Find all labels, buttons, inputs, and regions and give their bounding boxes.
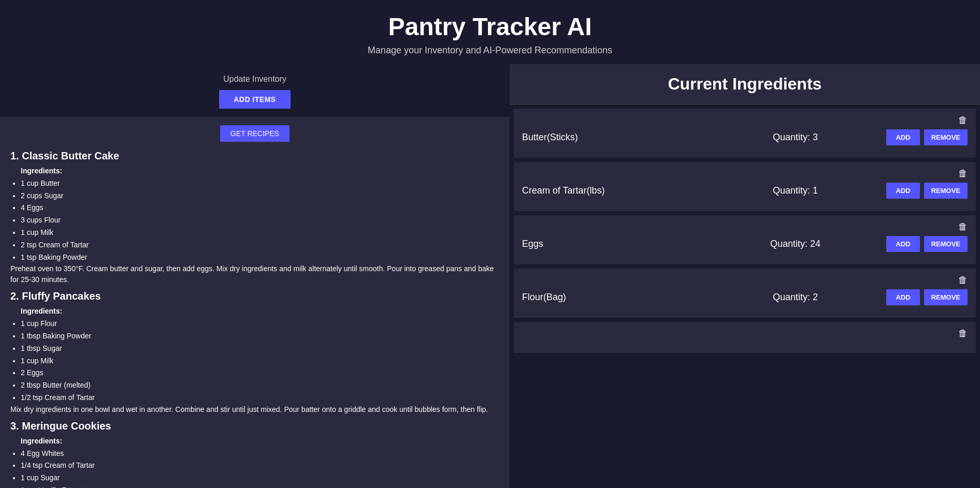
recipe-1-ingredient: 1 cup Butter bbox=[21, 178, 499, 190]
add-flour-button[interactable]: ADD bbox=[886, 289, 919, 305]
main-layout: Update Inventory ADD ITEMS GET RECIPES 1… bbox=[0, 64, 980, 488]
ingredient-card-eggs: 🗑 Eggs Quantity: 24 ADD REMOVE bbox=[514, 215, 976, 264]
recipes-content: GET RECIPES 1. Classic Butter Cake Ingre… bbox=[0, 117, 510, 488]
recipe-2-ingredient: 2 Eggs bbox=[21, 367, 499, 379]
ingredient-eggs-name: Eggs bbox=[522, 239, 704, 249]
ingredient-card-5: 🗑 bbox=[514, 322, 976, 353]
recipe-2-instructions: Mix dry ingredients in one bowl and wet … bbox=[10, 404, 499, 415]
inventory-controls: Update Inventory ADD ITEMS bbox=[0, 64, 510, 117]
get-recipes-button[interactable]: GET RECIPES bbox=[220, 125, 290, 142]
recipe-2-ingredients-label: Ingredients: bbox=[21, 305, 499, 318]
recipe-1-title: 1. Classic Butter Cake bbox=[10, 150, 499, 162]
recipe-3-ingredient: 4 Egg Whites bbox=[21, 448, 499, 460]
recipe-3-ingredient: 1 cup Sugar bbox=[21, 472, 499, 484]
recipe-3: 3. Meringue Cookies Ingredients: 4 Egg W… bbox=[10, 420, 499, 488]
delete-eggs-button[interactable]: 🗑 bbox=[958, 221, 968, 232]
recipe-3-ingredient: 1/4 tsp Cream of Tartar bbox=[21, 460, 499, 472]
add-eggs-button[interactable]: ADD bbox=[886, 236, 919, 252]
recipe-1-ingredient: 1 cup Milk bbox=[21, 227, 499, 239]
add-cream-of-tartar-button[interactable]: ADD bbox=[886, 183, 919, 199]
ingredient-butter-name: Butter(Sticks) bbox=[522, 132, 704, 143]
left-panel: Update Inventory ADD ITEMS GET RECIPES 1… bbox=[0, 64, 510, 488]
remove-flour-button[interactable]: REMOVE bbox=[924, 289, 968, 305]
ingredient-card-flour: 🗑 Flour(Bag) Quantity: 2 ADD REMOVE bbox=[514, 269, 976, 318]
app-title: Pantry Tracker AI bbox=[0, 12, 980, 41]
current-ingredients-title: Current Ingredients bbox=[520, 75, 970, 94]
ingredient-cream-of-tartar-actions: ADD REMOVE bbox=[886, 183, 968, 199]
ingredient-eggs-quantity: Quantity: 24 bbox=[704, 239, 887, 249]
recipe-1-ingredients-label: Ingredients: bbox=[21, 165, 499, 178]
delete-flour-button[interactable]: 🗑 bbox=[958, 275, 968, 286]
page-header: Pantry Tracker AI Manage your Inventory … bbox=[0, 0, 980, 64]
remove-cream-of-tartar-button[interactable]: REMOVE bbox=[924, 183, 968, 199]
add-items-button[interactable]: ADD ITEMS bbox=[219, 90, 291, 109]
recipe-1-ingredient: 1 tsp Baking Powder bbox=[21, 252, 499, 264]
recipe-1: 1. Classic Butter Cake Ingredients: 1 cu… bbox=[10, 150, 499, 285]
recipe-1-ingredient: 2 tsp Cream of Tartar bbox=[21, 239, 499, 252]
ingredients-list: 🗑 Butter(Sticks) Quantity: 3 ADD REMOVE … bbox=[510, 105, 980, 488]
recipe-2-ingredient: 1 cup Milk bbox=[21, 355, 499, 367]
ingredient-cream-of-tartar-quantity: Quantity: 1 bbox=[704, 185, 887, 196]
delete-cream-of-tartar-button[interactable]: 🗑 bbox=[958, 168, 968, 179]
remove-eggs-button[interactable]: REMOVE bbox=[924, 236, 968, 252]
right-panel: Current Ingredients 🗑 Butter(Sticks) Qua… bbox=[510, 64, 980, 488]
ingredient-card-butter: 🗑 Butter(Sticks) Quantity: 3 ADD REMOVE bbox=[514, 109, 976, 158]
delete-5-button[interactable]: 🗑 bbox=[958, 328, 968, 339]
ingredient-flour-name: Flour(Bag) bbox=[522, 292, 704, 303]
ingredient-eggs-actions: ADD REMOVE bbox=[886, 236, 968, 252]
app-subtitle: Manage your Inventory and AI-Powered Rec… bbox=[0, 45, 980, 56]
delete-butter-button[interactable]: 🗑 bbox=[958, 115, 968, 126]
recipe-3-ingredients-label: Ingredients: bbox=[21, 435, 499, 448]
remove-butter-button[interactable]: REMOVE bbox=[924, 129, 968, 145]
ingredient-eggs-row: Eggs Quantity: 24 ADD REMOVE bbox=[522, 236, 968, 252]
recipe-1-instructions: Preheat oven to 350°F. Cream butter and … bbox=[10, 263, 499, 285]
ingredient-flour-quantity: Quantity: 2 bbox=[704, 292, 887, 303]
current-ingredients-header: Current Ingredients bbox=[510, 64, 980, 105]
recipe-2: 2. Fluffy Pancakes Ingredients: 1 cup Fl… bbox=[10, 290, 499, 415]
recipe-2-ingredient: 2 tbsp Butter (melted) bbox=[21, 379, 499, 392]
recipe-1-ingredient: 2 cups Sugar bbox=[21, 190, 499, 202]
ingredient-butter-actions: ADD REMOVE bbox=[886, 129, 968, 145]
recipe-2-ingredient: 1 cup Flour bbox=[21, 318, 499, 330]
ingredient-cream-of-tartar-row: Cream of Tartar(lbs) Quantity: 1 ADD REM… bbox=[522, 183, 968, 199]
ingredient-card-cream-of-tartar: 🗑 Cream of Tartar(lbs) Quantity: 1 ADD R… bbox=[514, 162, 976, 211]
recipe-3-ingredient: 1 tsp Vanilla Extract bbox=[21, 484, 499, 488]
recipe-3-title: 3. Meringue Cookies bbox=[10, 420, 499, 432]
ingredient-butter-quantity: Quantity: 3 bbox=[704, 132, 887, 143]
recipe-2-ingredient: 1 tbsp Baking Powder bbox=[21, 330, 499, 343]
recipe-1-ingredient: 3 cups Flour bbox=[21, 214, 499, 227]
ingredient-flour-actions: ADD REMOVE bbox=[886, 289, 968, 305]
recipe-2-ingredient: 1/2 tsp Cream of Tartar bbox=[21, 392, 499, 404]
ingredient-cream-of-tartar-name: Cream of Tartar(lbs) bbox=[522, 185, 704, 196]
recipe-2-title: 2. Fluffy Pancakes bbox=[10, 290, 499, 302]
recipe-2-ingredient: 1 tbsp Sugar bbox=[21, 343, 499, 355]
ingredient-butter-row: Butter(Sticks) Quantity: 3 ADD REMOVE bbox=[522, 129, 968, 145]
update-inventory-label: Update Inventory bbox=[223, 75, 286, 84]
recipe-1-ingredient: 4 Eggs bbox=[21, 202, 499, 214]
ingredient-flour-row: Flour(Bag) Quantity: 2 ADD REMOVE bbox=[522, 289, 968, 305]
add-butter-button[interactable]: ADD bbox=[886, 129, 919, 145]
